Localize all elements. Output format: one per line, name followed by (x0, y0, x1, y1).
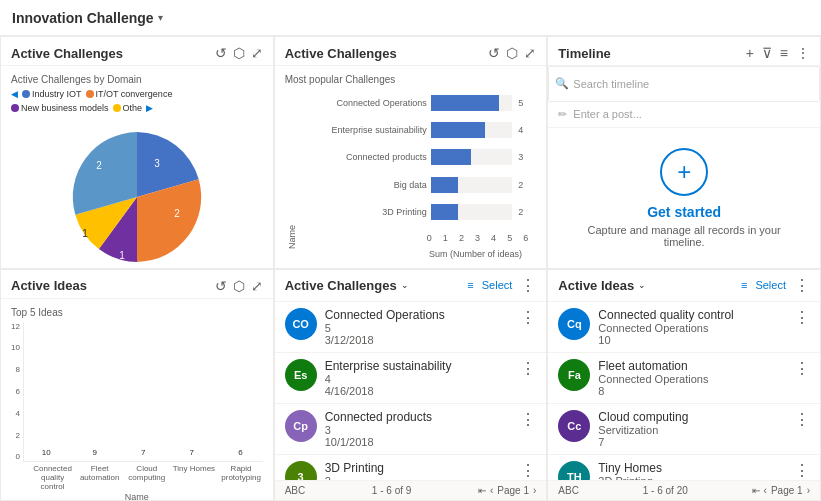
card-challenges-bar-title: Active Challenges (285, 46, 397, 61)
timeline-view-icon[interactable]: ≡ (780, 45, 788, 61)
avatar-2: Cp (285, 410, 317, 442)
footer-page-1: Page 1 (771, 485, 803, 496)
ideas-avatar-2: Cc (558, 410, 590, 442)
card-challenges-bar-actions: ↺ ⬡ ⤢ (488, 45, 536, 61)
footer-abc-1: ABC (558, 485, 579, 496)
ideas-list-actions: ≡ Select ⋮ (741, 276, 810, 295)
challenges-list-title-row: Active Challenges ⌄ (285, 278, 409, 293)
legend-label-3: Othe (123, 103, 143, 113)
ideas-more-icon[interactable]: ⋮ (794, 276, 810, 295)
y-axis-labels: 121086420 (11, 322, 23, 462)
challenges-list-items: CO Connected Operations 5 3/12/2018 ⋮ Es… (275, 302, 547, 481)
header-chevron-icon[interactable]: ▾ (158, 12, 163, 23)
item-more-1[interactable]: ⋮ (520, 359, 536, 378)
item-more-2[interactable]: ⋮ (520, 410, 536, 429)
hbar-label-1: Enterprise sustainability (297, 125, 427, 135)
list-item-sub2-0: 3/12/2018 (325, 334, 513, 346)
ideas-item-more-0[interactable]: ⋮ (794, 308, 810, 327)
hbar-row-4: 3D Printing 2 (297, 204, 529, 220)
nav-left-1[interactable]: ‹ (764, 485, 767, 496)
item-more-3[interactable]: ⋮ (520, 461, 536, 480)
nav-left-0[interactable]: ‹ (490, 485, 493, 496)
card-challenges-pie: Active Challenges ↺ ⬡ ⤢ Active Challenge… (0, 36, 274, 269)
pie-label-3: 1 (82, 228, 88, 239)
hbar-label-2: Connected products (297, 152, 427, 162)
vbar-col-3: 7 (170, 448, 215, 459)
legend-next[interactable]: ▶ (146, 103, 153, 113)
list-item-3: 3 3D Printing 2 2/1/2018 ⋮ (275, 455, 547, 481)
expand-icon-3[interactable]: ⤢ (251, 278, 263, 294)
ideas-view-icon[interactable]: ≡ (741, 279, 747, 291)
item-more-0[interactable]: ⋮ (520, 308, 536, 327)
timeline-add-icon[interactable]: + (746, 45, 754, 61)
ideas-item-more-1[interactable]: ⋮ (794, 359, 810, 378)
expand-icon[interactable]: ⤢ (251, 45, 263, 61)
challenges-list-footer: ABC 1 - 6 of 9 ⇤ ‹ Page 1 › (275, 480, 547, 500)
ideas-item-content-3: Tiny Homes 3D Printing 7 (598, 461, 786, 481)
ideas-item-title-0: Connected quality control (598, 308, 786, 322)
export-icon-3[interactable]: ⬡ (233, 278, 245, 294)
ideas-list-title-row: Active Ideas ⌄ (558, 278, 646, 293)
vbar-col-0: 10 (24, 448, 69, 459)
legend-item-1: IT/OT convergence (86, 89, 173, 99)
nav-right-0[interactable]: › (533, 485, 536, 496)
legend-prev[interactable]: ◀ (11, 89, 18, 99)
challenges-list-chevron[interactable]: ⌄ (401, 280, 409, 290)
hbar-row-2: Connected products 3 (297, 149, 529, 165)
vbar-col-4: 6 (218, 448, 263, 459)
legend-dot-0 (22, 90, 30, 98)
ideas-list-chevron[interactable]: ⌄ (638, 280, 646, 290)
hbar-track-2 (431, 149, 513, 165)
challenges-select-btn[interactable]: Select (482, 279, 513, 291)
hbar-row-1: Enterprise sustainability 4 (297, 122, 529, 138)
vbar-count-0: 10 (42, 448, 51, 457)
nav-first-0[interactable]: ⇤ (478, 485, 486, 496)
refresh-icon-3[interactable]: ↺ (215, 278, 227, 294)
ideas-select-btn[interactable]: Select (755, 279, 786, 291)
export-icon[interactable]: ⬡ (233, 45, 245, 61)
vbar-count-2: 7 (141, 448, 145, 457)
card-ideas-bar-title: Active Ideas (11, 278, 87, 293)
challenges-view-icon[interactable]: ≡ (467, 279, 473, 291)
get-started-title: Get started (647, 204, 721, 220)
export-icon-2[interactable]: ⬡ (506, 45, 518, 61)
post-placeholder: Enter a post... (573, 108, 641, 120)
expand-icon-2[interactable]: ⤢ (524, 45, 536, 61)
ideas-list-header: Active Ideas ⌄ ≡ Select ⋮ (548, 270, 820, 302)
hbar-label-3: Big data (297, 180, 427, 190)
refresh-icon-2[interactable]: ↺ (488, 45, 500, 61)
search-placeholder: Search timeline (573, 78, 649, 90)
hbar-rows: Connected Operations 5 Enterprise sustai… (297, 89, 537, 249)
ideas-item-more-2[interactable]: ⋮ (794, 410, 810, 429)
challenges-list-actions: ≡ Select ⋮ (467, 276, 536, 295)
nav-right-1[interactable]: › (807, 485, 810, 496)
card-ideas-bar-body: Top 5 Ideas 121086420 10 9 (1, 299, 273, 501)
card-ideas-list: Active Ideas ⌄ ≡ Select ⋮ Cq Connected q… (547, 269, 821, 502)
ideas-item-more-3[interactable]: ⋮ (794, 461, 810, 480)
timeline-search-bar[interactable]: 🔍 Search timeline (548, 66, 820, 102)
timeline-filter-icon[interactable]: ⊽ (762, 45, 772, 61)
hbar-val-3: 2 (518, 180, 528, 190)
avatar-3: 3 (285, 461, 317, 481)
nav-first-1[interactable]: ⇤ (752, 485, 760, 496)
list-item-content-0: Connected Operations 5 3/12/2018 (325, 308, 513, 346)
challenges-more-icon[interactable]: ⋮ (520, 276, 536, 295)
card-challenges-pie-title: Active Challenges (11, 46, 123, 61)
avatar-0: CO (285, 308, 317, 340)
vbar-count-1: 9 (93, 448, 97, 457)
legend-dot-2 (11, 104, 19, 112)
list-item-title-1: Enterprise sustainability (325, 359, 513, 373)
hbar-val-2: 3 (518, 152, 528, 162)
list-item-content-2: Connected products 3 10/1/2018 (325, 410, 513, 448)
pie-legend: ◀ Industry IOT IT/OT convergence New bus… (11, 89, 263, 113)
refresh-icon[interactable]: ↺ (215, 45, 227, 61)
timeline-post-area[interactable]: ✏ Enter a post... (548, 102, 820, 128)
ideas-item-1: Fa Fleet automation Connected Operations… (548, 353, 820, 404)
x-axis-labels: 0123456 (297, 233, 529, 243)
card-timeline-title: Timeline (558, 46, 611, 61)
timeline-more-icon[interactable]: ⋮ (796, 45, 810, 61)
legend-label-2: New business models (21, 103, 109, 113)
app-title: Innovation Challenge (12, 10, 154, 26)
legend-item-3: Othe (113, 103, 143, 113)
vbar-bars: 10 9 7 7 6 (23, 322, 263, 462)
